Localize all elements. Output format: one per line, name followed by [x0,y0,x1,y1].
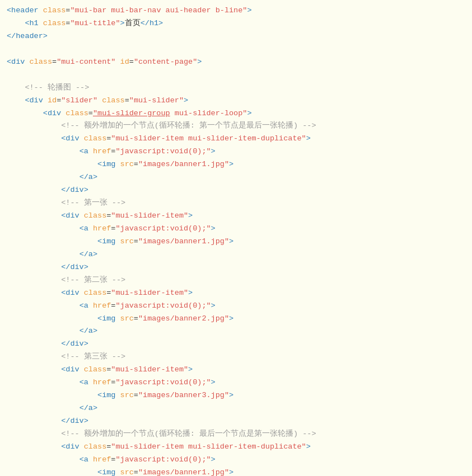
space-token [115,468,120,476]
tag-token: </a> [80,404,97,412]
attr-value-token: "javascript:void(0);" [115,147,211,155]
plain-token: = [134,391,138,399]
tag-token: > [120,19,125,27]
comment-token: <!-- 第一张 --> [61,199,125,207]
space-token [115,237,120,246]
code-line: <img src="images/banner1.jpg"> [7,158,465,171]
attr-name-token: src [120,160,134,168]
code-line: <img src="images/banner1.jpg"> [7,466,465,476]
tag-token: <a [80,378,88,387]
attr-value-token: "mui-bar mui-bar-nav aui-header b-line" [70,6,247,15]
attr-name-token: id [120,58,129,66]
tag-token: <a [80,224,88,233]
space-token [80,134,84,143]
tag-token: <div [7,58,25,66]
code-line: <!-- 第三张 --> [7,351,465,364]
comment-token: <!-- 第三张 --> [61,352,125,361]
space-token [88,455,93,464]
tag-token: <a [80,301,88,310]
attr-value-token: "slider" [61,96,97,105]
tag-token: </div> [61,263,88,271]
code-line: <div class="mui-slider-group mui-slider-… [7,107,465,120]
code-line: <div class="mui-slider-item"> [7,364,465,376]
code-line [7,43,465,56]
attr-name-token: src [120,314,134,323]
space-token [80,289,84,297]
attr-name-token: class [66,109,88,117]
attr-name-token: href [93,147,111,155]
space-token [88,301,93,310]
tag-token: > [197,58,202,66]
attr-value-token: "mui-slider-item" [111,289,188,297]
code-line: <a href="javascript:void(0);"> [7,145,465,158]
tag-token: <div [61,442,79,451]
attr-value-token: "images/banner1.jpg" [138,237,229,246]
code-line: <header class="mui-bar mui-bar-nav aui-h… [7,4,465,17]
attr-name-token: class [102,96,125,105]
code-line: </div> [7,184,465,197]
space-token [170,109,175,117]
tag-token: </div> [61,417,88,425]
attr-name-token: src [120,391,134,399]
attr-name-token: class [84,442,107,451]
attr-value-token: "mui-slider-item" [111,365,188,374]
tag-token: </div> [61,340,88,348]
attr-name-token: src [120,237,134,246]
attr-value-token: "images/banner3.jpg" [138,391,229,399]
space-token [115,391,120,399]
code-line: <a href="javascript:void(0);"> [7,300,465,313]
attr-name-token: href [93,455,111,464]
space-token [80,442,84,451]
code-line: </div> [7,261,465,274]
attr-value-token: mui-slider-loop" [175,109,247,117]
attr-name-token: class [30,58,53,66]
tag-token: <h1 [25,19,38,27]
tag-token: </h1> [141,19,163,27]
tag-token: > [188,289,193,297]
attr-name-token: src [120,468,134,476]
attr-name-token: href [93,224,111,233]
tag-token: <img [97,468,115,476]
tag-token: > [211,147,216,155]
comment-token: <!-- 额外增加的一个节点(循环轮播: 最后一个节点是第一张轮播) --> [61,430,316,438]
space-token [43,96,48,105]
code-editor: <header class="mui-bar mui-bar-nav aui-h… [7,4,465,476]
plain-token: = [134,314,138,323]
code-line: <img src="images/banner2.jpg"> [7,313,465,326]
tag-token: <header [7,6,39,15]
code-line: </a> [7,248,465,261]
code-line: </a> [7,402,465,415]
attr-value-token: "mui-title" [70,19,120,27]
tag-token: </header> [7,32,48,40]
plain-token: = [52,58,57,66]
plain-token: = [125,96,129,105]
space-token [25,58,29,66]
tag-token: > [229,468,233,476]
code-line: <a href="javascript:void(0);"> [7,454,465,466]
tag-token: </a> [80,173,97,181]
attr-name-token: class [84,289,107,297]
tag-token: <img [97,314,115,323]
attr-value-token: "mui-slider-item mui-slider-item-duplica… [111,442,306,451]
code-line: <a href="javascript:void(0);"> [7,376,465,389]
tag-token: <img [97,391,115,399]
code-line: <h1 class="mui-title">首页</h1> [7,17,465,30]
code-line: <!-- 额外增加的一个节点(循环轮播: 最后一个节点是第一张轮播) --> [7,428,465,441]
tag-token: > [229,160,233,168]
tag-token: > [188,211,193,220]
attr-value-token: "images/banner2.jpg" [138,314,229,323]
tag-token: <a [80,455,88,464]
space-token [80,211,84,220]
comment-token: <!-- 第二张 --> [61,276,125,284]
plain-token: = [88,109,93,117]
attr-name-token: class [84,134,107,143]
tag-token: > [188,365,193,374]
code-line: </div> [7,415,465,428]
code-line: <!-- 额外增加的一个节点(循环轮播: 第一个节点是最后一张轮播) --> [7,120,465,133]
tag-token: > [184,96,188,105]
tag-token: > [211,378,216,387]
plain-token: = [134,468,138,476]
plain-token: = [134,160,138,168]
code-line: </header> [7,30,465,43]
tag-token: </a> [80,250,97,258]
